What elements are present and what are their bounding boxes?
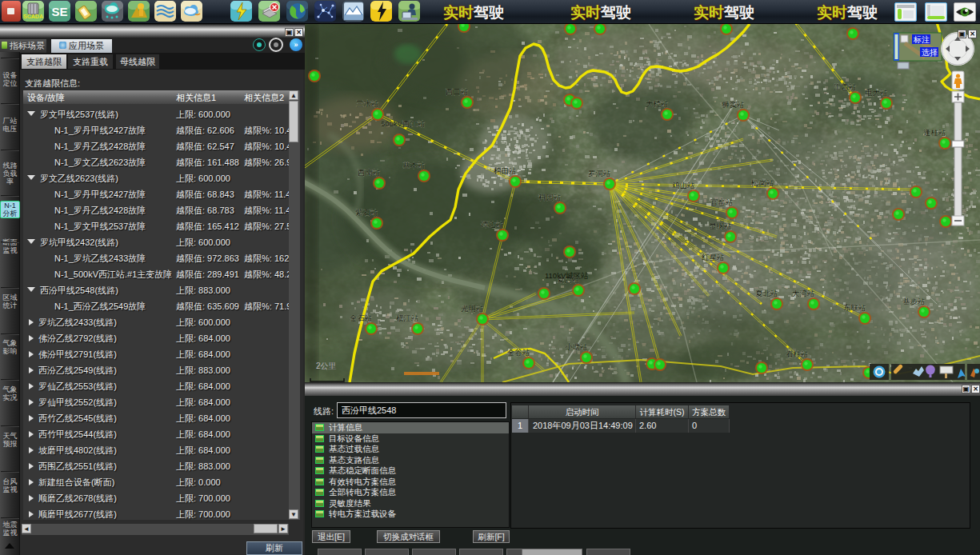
svg-text:小塘站: 小塘站 bbox=[565, 342, 588, 351]
svg-text:逢桂站: 逢桂站 bbox=[923, 128, 946, 137]
svg-text:SCADA: SCADA bbox=[23, 14, 43, 19]
svg-text:110kV城区站: 110kV城区站 bbox=[545, 271, 589, 280]
svg-text:电大站: 电大站 bbox=[865, 88, 888, 97]
svg-text:显纲站: 显纲站 bbox=[709, 222, 732, 230]
svg-text:东联站: 东联站 bbox=[843, 303, 866, 312]
svg-text:金石站: 金石站 bbox=[350, 313, 373, 322]
svg-text:SE: SE bbox=[51, 5, 67, 18]
svg-text:狮窦站: 狮窦站 bbox=[722, 100, 745, 109]
svg-text:罗洞站: 罗洞站 bbox=[588, 169, 611, 178]
svg-text:金谷站: 金谷站 bbox=[507, 348, 530, 357]
svg-text:夏北站: 夏北站 bbox=[755, 289, 778, 297]
svg-text:鸡山站: 鸡山站 bbox=[672, 181, 695, 190]
svg-text:三水站: 三水站 bbox=[356, 99, 379, 108]
svg-text:红星站: 红星站 bbox=[702, 253, 725, 262]
svg-text:选择: 选择 bbox=[922, 48, 938, 57]
svg-text:2公里: 2公里 bbox=[316, 361, 337, 370]
svg-text:标注: 标注 bbox=[913, 35, 930, 44]
svg-text:大湾站: 大湾站 bbox=[792, 289, 815, 297]
svg-text:500kV西江站: 500kV西江站 bbox=[381, 119, 425, 128]
svg-text:松岗站: 松岗站 bbox=[750, 178, 774, 187]
svg-text:石柱站: 石柱站 bbox=[786, 349, 809, 358]
svg-text:科园站: 科园站 bbox=[538, 193, 562, 202]
svg-text:西南站: 西南站 bbox=[358, 168, 381, 177]
svg-text:光明站: 光明站 bbox=[461, 304, 484, 313]
svg-text:横江站: 横江站 bbox=[396, 313, 419, 322]
svg-text:汇西站: 汇西站 bbox=[834, 82, 857, 91]
svg-text:西口站: 西口站 bbox=[446, 87, 469, 96]
svg-text:紫石站: 紫石站 bbox=[355, 208, 378, 217]
svg-text:基本站: 基本站 bbox=[402, 161, 426, 170]
svg-text:基步站: 基步站 bbox=[902, 297, 926, 305]
svg-text:官窑站: 官窑站 bbox=[710, 198, 734, 206]
svg-text:棉田站: 棉田站 bbox=[494, 166, 517, 175]
svg-text:大榄站: 大榄站 bbox=[646, 99, 669, 108]
svg-text:谭边站: 谭边站 bbox=[481, 220, 504, 229]
